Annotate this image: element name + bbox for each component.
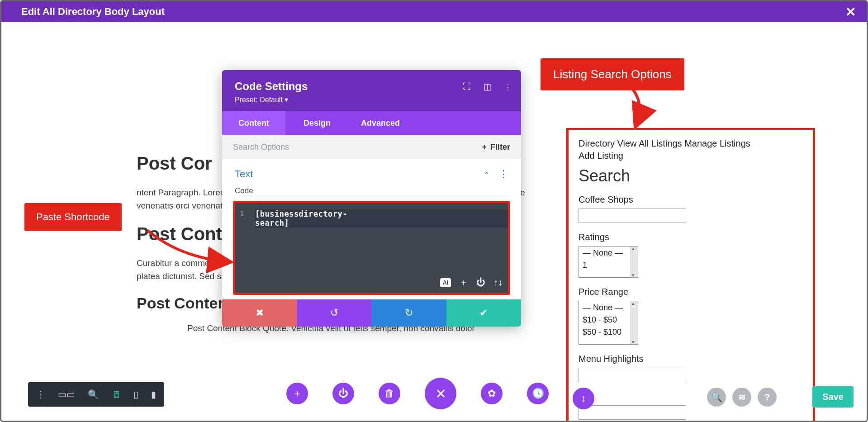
code-editor[interactable]: 1 [businessdirectory-search] AI ＋ ⏻ ↑↓ [233, 201, 510, 295]
chevron-up-icon[interactable]: ⌃ [484, 171, 489, 179]
price-range-label: Price Range [579, 287, 803, 297]
wireframe-icon[interactable]: ▭▭ [58, 389, 75, 400]
zoom-icon[interactable]: 🔍 [88, 389, 99, 400]
modal-footer: ✖ ↺ ↻ ✔ [222, 299, 521, 327]
sort-button[interactable]: ↕ [573, 388, 594, 409]
search-help-icon[interactable]: 🔍 [707, 388, 726, 407]
plus-icon: + [482, 142, 487, 152]
plus-icon[interactable]: ＋ [459, 276, 468, 289]
scrollbar[interactable] [631, 301, 638, 344]
price-option-50-100[interactable]: $50 - $100 [579, 326, 638, 338]
modal-preset[interactable]: Preset: Default ▾ [235, 95, 508, 104]
action-circle-row: ＋ ⏻ 🗑 ✕ ✿ 🕓 [286, 378, 549, 409]
price-option-10-50[interactable]: $10 - $50 [579, 313, 638, 326]
ratings-option-none[interactable]: — None — [579, 247, 638, 259]
ratings-label: Ratings [579, 232, 803, 242]
save-button[interactable]: Save [812, 386, 854, 408]
add-listing-link[interactable]: Add Listing [579, 151, 803, 161]
confirm-button[interactable]: ✔ [446, 299, 521, 327]
redo-button[interactable]: ↻ [372, 299, 446, 327]
filter-button[interactable]: + Filter [482, 142, 510, 152]
arrow-listing [604, 85, 659, 131]
code-settings-modal: Code Settings Preset: Default ▾ ⛶ ◫ ⋮ Co… [222, 70, 521, 327]
settings-button[interactable]: ✿ [481, 383, 503, 404]
directory-links[interactable]: Directory View All Listings Manage Listi… [579, 138, 803, 149]
annotation-paste-shortcode: Paste Shortcode [24, 203, 122, 231]
history-button[interactable]: 🕓 [527, 383, 549, 404]
tab-content[interactable]: Content [222, 111, 285, 135]
helper-circle-row: 🔍 ≋ ? [707, 388, 777, 407]
cancel-button[interactable]: ✖ [222, 299, 297, 327]
options-search-row: Search Options + Filter [222, 135, 521, 159]
snap-icon[interactable]: ◫ [484, 82, 491, 92]
menu-icon[interactable]: ⋮ [36, 389, 45, 400]
modal-header[interactable]: Code Settings Preset: Default ▾ ⛶ ◫ ⋮ [222, 70, 521, 111]
tab-advanced[interactable]: Advanced [349, 111, 412, 135]
code-line[interactable]: [businessdirectory-search] [255, 209, 508, 228]
ratings-option-1[interactable]: 1 [579, 259, 638, 271]
desktop-icon[interactable]: 🖥 [112, 389, 121, 400]
menu-highlights-input[interactable] [579, 368, 686, 382]
close-editor-button[interactable]: ✕ [425, 378, 456, 409]
power-icon[interactable]: ⏻ [476, 277, 485, 288]
sort-icon[interactable]: ↑↓ [493, 277, 503, 288]
phone-input[interactable] [579, 405, 686, 420]
tab-design[interactable]: Design [285, 111, 349, 135]
window-header: Edit All Directory Body Layout ✕ [1, 1, 867, 22]
modal-tabs: Content Design Advanced [222, 111, 521, 135]
kebab-icon[interactable]: ⋮ [504, 82, 512, 92]
layers-icon[interactable]: ≋ [732, 388, 751, 407]
phone-icon[interactable]: ▮ [151, 389, 156, 400]
add-button[interactable]: ＋ [286, 383, 308, 404]
section-text-label: Text [235, 168, 253, 180]
window-title: Edit All Directory Body Layout [21, 6, 165, 18]
coffee-shops-input[interactable] [579, 209, 686, 223]
code-field-label: Code [222, 184, 521, 198]
power-button[interactable]: ⏻ [332, 383, 354, 404]
price-range-select[interactable]: — None — $10 - $50 $50 - $100 [579, 301, 638, 345]
price-option-none[interactable]: — None — [579, 301, 638, 313]
delete-button[interactable]: 🗑 [379, 383, 400, 404]
scrollbar[interactable] [631, 247, 638, 277]
ai-button[interactable]: AI [440, 278, 451, 287]
close-icon[interactable]: ✕ [845, 5, 856, 19]
annotation-listing-search: Listing Search Options [541, 58, 684, 90]
coffee-shops-label: Coffee Shops [579, 194, 803, 205]
help-icon[interactable]: ? [758, 388, 777, 407]
section-text[interactable]: Text ⌃ ⋮ [222, 159, 521, 184]
menu-highlights-label: Menu Highlights [579, 354, 803, 364]
line-number: 1 [240, 209, 244, 218]
search-options-input[interactable]: Search Options [233, 142, 289, 152]
undo-button[interactable]: ↺ [297, 299, 371, 327]
builder-toolbar: ⋮ ▭▭ 🔍 🖥 ▯ ▮ [28, 382, 164, 407]
tablet-icon[interactable]: ▯ [133, 389, 138, 400]
search-panel: Directory View All Listings Manage Listi… [566, 128, 815, 422]
ratings-select[interactable]: — None — 1 [579, 246, 638, 278]
search-heading: Search [579, 166, 803, 185]
filter-label: Filter [490, 142, 510, 152]
expand-icon[interactable]: ⛶ [463, 82, 471, 92]
section-menu-icon[interactable]: ⋮ [498, 168, 508, 180]
